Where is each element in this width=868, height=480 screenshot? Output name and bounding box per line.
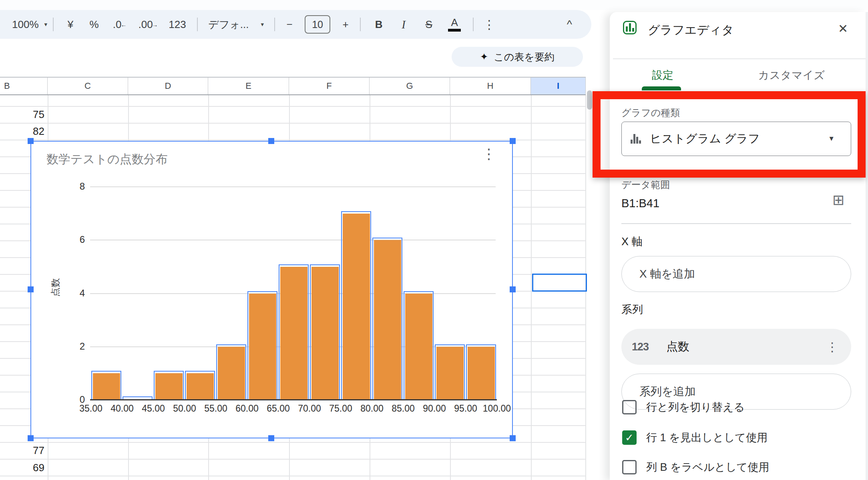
column-header-C[interactable]: C: [48, 78, 128, 94]
add-series-placeholder: 系列を追加: [639, 384, 696, 399]
chart-title: 数学テストの点数分布: [46, 151, 168, 168]
select-range-icon[interactable]: ⊞: [832, 193, 844, 207]
tab-customize[interactable]: カスタマイズ: [749, 68, 834, 82]
chevron-down-icon: ▼: [828, 135, 835, 143]
column-header-row: BCDEFGHI: [0, 77, 586, 95]
column-header-D[interactable]: D: [128, 78, 208, 94]
panel-title: グラフエディタ: [648, 22, 734, 38]
chart-resize-handle[interactable]: [510, 435, 516, 441]
chart-resize-handle[interactable]: [510, 138, 516, 144]
increase-font-size-button[interactable]: +: [337, 18, 354, 31]
chevron-down-icon: ▾: [261, 21, 264, 28]
decrease-decimal-button[interactable]: .0←: [106, 18, 133, 31]
bold-button[interactable]: B: [366, 18, 391, 31]
series-item[interactable]: 123 点数 ⋮: [621, 329, 851, 365]
percent-format-button[interactable]: %: [82, 18, 106, 31]
toolbar-divider: [274, 18, 275, 31]
chart-card[interactable]: 数学テストの点数分布 ⋮: [30, 141, 513, 438]
cell-value[interactable]: 69: [0, 459, 44, 476]
tab-setup[interactable]: 設定: [641, 68, 685, 82]
toolbar-divider: [53, 18, 54, 31]
checkbox-label: 列 B をラベルとして使用: [646, 460, 769, 474]
panel-divider: [613, 58, 866, 59]
more-toolbar-options-button[interactable]: ⋮: [479, 18, 499, 32]
chart-type-label: グラフの種類: [621, 106, 680, 119]
text-color-letter: A: [451, 17, 458, 28]
checkbox[interactable]: ✓: [622, 430, 637, 445]
right-arrow-icon: →: [152, 21, 158, 28]
chart-resize-handle[interactable]: [510, 286, 516, 292]
number-type-icon: 123: [632, 341, 649, 353]
use-colB-labels-checkbox-row[interactable]: 列 B をラベルとして使用: [622, 460, 769, 474]
add-x-axis-button[interactable]: X 軸を追加: [621, 256, 851, 292]
column-header-F[interactable]: F: [289, 78, 370, 94]
font-name-select[interactable]: デフォ... ▾: [208, 18, 264, 32]
chart-resize-handle[interactable]: [28, 138, 34, 144]
left-arrow-icon: ←: [121, 21, 127, 28]
checkbox-label: 行と列を切り替える: [646, 400, 745, 414]
column-header-B[interactable]: B: [0, 78, 48, 94]
currency-format-button[interactable]: ¥: [59, 18, 82, 31]
data-range-label: データ範囲: [621, 178, 670, 191]
increase-decimal-label: .00: [138, 18, 153, 31]
toolbar-divider: [473, 18, 474, 31]
chart-icon: [623, 21, 637, 34]
chart-resize-handle[interactable]: [28, 286, 34, 292]
sparkle-icon: ✦: [480, 51, 488, 62]
chevron-down-icon: ▾: [44, 21, 48, 28]
decrease-font-size-button[interactable]: −: [281, 18, 298, 31]
switch-rows-columns-checkbox-row[interactable]: 行と列を切り替える: [622, 400, 745, 414]
strikethrough-button[interactable]: S: [416, 18, 442, 31]
zoom-control[interactable]: 100% ▾: [12, 18, 47, 31]
chart-editor-panel: グラフエディタ ✕ 設定 カスタマイズ グラフの種類 ヒストグラム グラフ ▼ …: [610, 12, 866, 480]
column-header-G[interactable]: G: [370, 78, 450, 94]
chart-resize-handle[interactable]: [28, 435, 34, 441]
more-formats-button[interactable]: 123: [163, 18, 191, 31]
series-menu-icon[interactable]: ⋮: [826, 340, 838, 354]
zoom-value: 100%: [12, 18, 39, 31]
increase-decimal-button[interactable]: .00→: [133, 18, 163, 31]
window-edge: [866, 12, 868, 480]
toolbar-divider: [360, 18, 361, 31]
collapse-toolbar-button[interactable]: ^: [567, 18, 572, 31]
cell-value[interactable]: 77: [0, 442, 44, 459]
column-header-E[interactable]: E: [208, 78, 289, 94]
toolbar: 100% ▾ ¥ % .0← .00→ 123 デフォ... ▾ − 10 + …: [0, 10, 591, 39]
column-header-H[interactable]: H: [450, 78, 531, 94]
text-color-button[interactable]: A: [442, 17, 467, 32]
cell-value[interactable]: 82: [0, 123, 44, 140]
selected-cell[interactable]: [532, 274, 587, 292]
chart-type-value: ヒストグラム グラフ: [650, 131, 760, 147]
text-color-swatch: [448, 29, 461, 32]
chart-type-dropdown[interactable]: ヒストグラム グラフ ▼: [621, 122, 851, 156]
summarize-table-button[interactable]: ✦ この表を要約: [452, 47, 583, 67]
y-axis-title: 点数: [49, 276, 62, 300]
checkbox[interactable]: [622, 400, 637, 414]
histogram-icon: [631, 134, 641, 144]
add-x-axis-placeholder: X 軸を追加: [639, 266, 695, 282]
toolbar-divider: [197, 18, 198, 31]
chart-menu-button[interactable]: ⋮: [482, 146, 496, 162]
checkbox[interactable]: [622, 460, 637, 474]
series-name: 点数: [666, 339, 689, 355]
data-range-underline: [621, 223, 851, 224]
italic-button[interactable]: I: [391, 18, 416, 31]
screenshot-canvas: 100% ▾ ¥ % .0← .00→ 123 デフォ... ▾ − 10 + …: [0, 0, 868, 480]
font-name-value: デフォ...: [208, 18, 249, 32]
x-axis-label: X 軸: [621, 234, 643, 249]
active-tab-underline: [642, 86, 681, 90]
chart-resize-handle[interactable]: [268, 138, 274, 144]
font-size-input[interactable]: 10: [305, 15, 330, 34]
decrease-decimal-label: .0: [113, 18, 122, 31]
cell-value[interactable]: 75: [0, 106, 44, 123]
data-range-value[interactable]: B1:B41: [621, 197, 659, 210]
use-row1-headers-checkbox-row[interactable]: ✓ 行 1 を見出しとして使用: [622, 430, 768, 445]
checkbox-label: 行 1 を見出しとして使用: [646, 430, 768, 445]
series-section-label: 系列: [621, 302, 643, 317]
vertical-scrollbar-thumb[interactable]: [587, 90, 592, 110]
top-strip: [0, 0, 868, 10]
summarize-label: この表を要約: [494, 50, 555, 64]
chart-resize-handle[interactable]: [268, 435, 274, 441]
column-header-I[interactable]: I: [531, 78, 586, 94]
close-icon[interactable]: ✕: [838, 22, 848, 36]
